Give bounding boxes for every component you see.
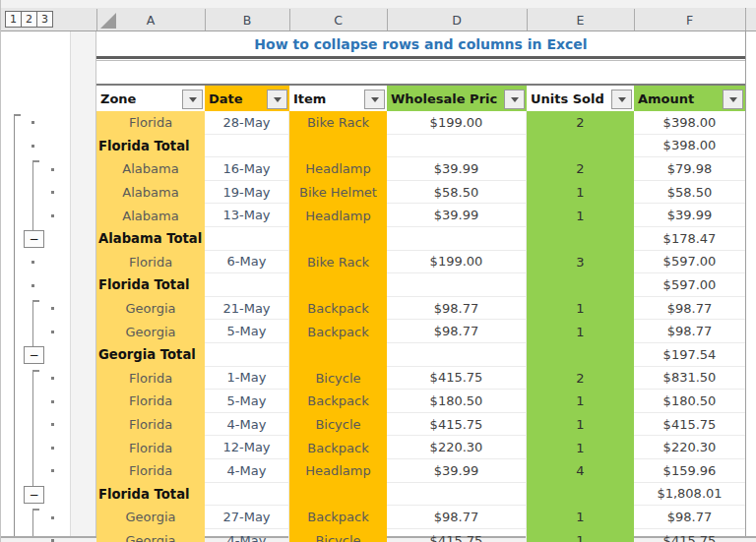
cell-E18[interactable]: 1 [527, 436, 634, 459]
collapse-button-row-9[interactable]: − [24, 230, 44, 248]
cell-D7[interactable]: $58.50 [387, 181, 527, 205]
cell-D16[interactable]: $180.50 [387, 390, 527, 413]
cell-F22[interactable]: $415.75 [634, 529, 745, 542]
cell-E7[interactable]: 1 [527, 181, 634, 205]
filter-button-wholesale_price[interactable] [504, 90, 525, 109]
outline-level-button-2[interactable]: 2 [21, 11, 37, 28]
cell-B10[interactable]: 6-May [205, 251, 289, 274]
header-cell-wholesale_price[interactable]: Wholesale Pric [387, 84, 527, 111]
cell-D10[interactable]: $199.00 [387, 251, 527, 274]
filter-button-item[interactable] [364, 90, 385, 109]
column-header-F[interactable]: F [634, 8, 745, 31]
cell-B21[interactable]: 27-May [205, 506, 289, 529]
cell-A10[interactable]: Florida [96, 251, 205, 274]
cell-E22[interactable]: 1 [527, 529, 634, 542]
cell-F19[interactable]: $159.96 [634, 459, 745, 483]
cell-A7[interactable]: Alabama [96, 181, 205, 205]
cell-A19[interactable]: Florida [96, 459, 205, 483]
outline-level-button-3[interactable]: 3 [36, 11, 53, 28]
cell-D22[interactable]: $415.75 [387, 529, 527, 542]
cell-A8[interactable]: Alabama [96, 204, 205, 227]
cell-A12[interactable]: Georgia [96, 297, 205, 321]
filter-button-units_sold[interactable] [611, 90, 632, 109]
column-header-A[interactable]: A [96, 8, 205, 31]
header-cell-zone[interactable]: Zone [96, 84, 205, 111]
cell-C8[interactable]: Headlamp [289, 204, 387, 227]
cell-D6[interactable]: $39.99 [387, 157, 527, 181]
cell-B6[interactable]: 16-May [205, 157, 289, 181]
column-header-C[interactable]: C [289, 8, 387, 31]
cell-C12[interactable]: Backpack [289, 297, 387, 321]
cell-B16[interactable]: 5-May [205, 390, 289, 413]
collapse-button-row-20[interactable]: − [24, 486, 44, 504]
cell-B8[interactable]: 13-May [205, 204, 289, 227]
outline-level-button-1[interactable]: 1 [5, 11, 22, 28]
cell-E8[interactable]: 1 [527, 204, 634, 227]
cell-E12[interactable]: 1 [527, 297, 634, 321]
cell-D15[interactable]: $415.75 [387, 367, 527, 391]
cell-D17[interactable]: $415.75 [387, 413, 527, 437]
cell-A4[interactable]: Florida [96, 111, 205, 135]
cell-F11[interactable]: $597.00 [634, 273, 745, 297]
filter-button-amount[interactable] [723, 90, 743, 109]
cell-B7[interactable]: 19-May [205, 181, 289, 205]
cell-A16[interactable]: Florida [96, 390, 205, 413]
cell-D11[interactable] [387, 273, 527, 297]
header-cell-units_sold[interactable]: Units Sold [527, 84, 634, 111]
cell-C21[interactable]: Backpack [289, 506, 387, 529]
cell-C15[interactable]: Bicycle [289, 367, 387, 391]
cell-F20[interactable]: $1,808.01 [634, 483, 745, 507]
cell-B13[interactable]: 5-May [205, 320, 289, 343]
cell-C16[interactable]: Backpack [289, 390, 387, 413]
cell-D13[interactable]: $98.77 [387, 320, 527, 343]
cell-C19[interactable]: Headlamp [289, 459, 387, 483]
cell-E14[interactable] [527, 343, 634, 367]
cell-E16[interactable]: 1 [527, 390, 634, 413]
cell-F16[interactable]: $180.50 [634, 390, 745, 413]
cell-D19[interactable]: $39.99 [387, 459, 527, 483]
cell-B15[interactable]: 1-May [205, 367, 289, 391]
cell-B19[interactable]: 4-May [205, 459, 289, 483]
cell-E6[interactable]: 2 [527, 157, 634, 181]
cell-F12[interactable]: $98.77 [634, 297, 745, 321]
cell-A21[interactable]: Georgia [96, 506, 205, 529]
cell-B22[interactable]: 4-May [205, 529, 289, 542]
cell-D8[interactable]: $39.99 [387, 204, 527, 227]
cell-C7[interactable]: Bike Helmet [289, 181, 387, 205]
cell-E11[interactable] [527, 273, 634, 297]
cell-F8[interactable]: $39.99 [634, 204, 745, 227]
cell-C13[interactable]: Backpack [289, 320, 387, 343]
cell-D12[interactable]: $98.77 [387, 297, 527, 321]
cell-A15[interactable]: Florida [96, 367, 205, 391]
cell-F17[interactable]: $415.75 [634, 413, 745, 437]
cell-C6[interactable]: Headlamp [289, 157, 387, 181]
cell-E19[interactable]: 4 [527, 459, 634, 483]
cell-C17[interactable]: Bicycle [289, 413, 387, 437]
cell-C18[interactable]: Backpack [289, 436, 387, 459]
cell-C10[interactable]: Bike Rack [289, 251, 387, 274]
cell-D21[interactable]: $98.77 [387, 506, 527, 529]
cell-E13[interactable]: 1 [527, 320, 634, 343]
cell-A6[interactable]: Alabama [96, 157, 205, 181]
cell-D18[interactable]: $220.30 [387, 436, 527, 459]
cell-A13[interactable]: Georgia [96, 320, 205, 343]
cell-B17[interactable]: 4-May [205, 413, 289, 437]
filter-button-date[interactable] [267, 90, 287, 109]
cell-F13[interactable]: $98.77 [634, 320, 745, 343]
cell-E9[interactable] [527, 227, 634, 251]
cell-D4[interactable]: $199.00 [387, 111, 527, 135]
header-cell-item[interactable]: Item [289, 84, 387, 111]
column-header-B[interactable]: B [205, 8, 289, 31]
cell-B4[interactable]: 28-May [205, 111, 289, 135]
cell-E15[interactable]: 2 [527, 367, 634, 391]
cell-D5[interactable] [387, 135, 527, 158]
cell-E4[interactable]: 2 [527, 111, 634, 135]
cell-F7[interactable]: $58.50 [634, 181, 745, 205]
cell-F14[interactable]: $197.54 [634, 343, 745, 367]
cell-E20[interactable] [527, 483, 634, 507]
header-cell-date[interactable]: Date [205, 84, 289, 111]
cell-E10[interactable]: 3 [527, 251, 634, 274]
cell-A18[interactable]: Florida [96, 436, 205, 459]
cell-A17[interactable]: Florida [96, 413, 205, 437]
cell-B18[interactable]: 12-May [205, 436, 289, 459]
